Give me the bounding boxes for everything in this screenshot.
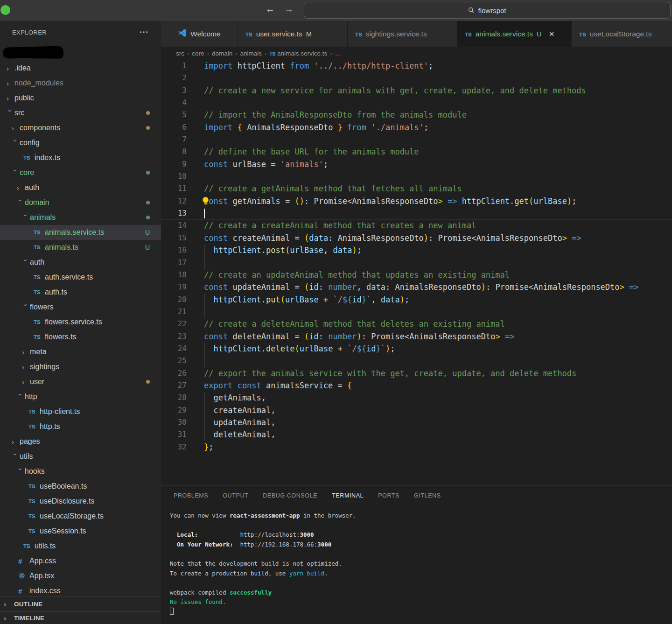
code-line-5[interactable]: 5// import the AnimalResponseDto from th… <box>161 109 672 121</box>
workspace-name-redacted[interactable] <box>3 46 64 58</box>
code-line-15[interactable]: 15const createAnimal = (data: AnimalsRes… <box>161 232 672 244</box>
code-line-24[interactable]: 24 httpClient.delete(urlBase + `/${id}`)… <box>161 343 672 355</box>
outline-section[interactable]: › OUTLINE <box>0 596 161 611</box>
code-line-26[interactable]: 26// export the animals service with the… <box>161 367 672 379</box>
code-line-32[interactable]: 32}; <box>161 441 672 453</box>
code-line-10[interactable]: 10 <box>161 170 672 182</box>
tab-sightings-service-ts[interactable]: TSsightings.service.ts <box>348 21 457 47</box>
tab-welcome[interactable]: Welcome <box>161 21 238 47</box>
code-line-2[interactable]: 2 <box>161 72 672 84</box>
tree-item-.idea[interactable]: ›.idea <box>0 61 161 76</box>
tree-item-index.ts[interactable]: TSindex.ts <box>0 150 161 165</box>
code-line-20[interactable]: 20 httpClient.put(urlBase + `/${id}`, da… <box>161 294 672 306</box>
code-line-6[interactable]: 6import { AnimalsResponseDto } from './a… <box>161 121 672 133</box>
tree-item-user[interactable]: ›user <box>0 374 161 389</box>
code-line-29[interactable]: 29 createAnimal, <box>161 404 672 416</box>
code-line-16[interactable]: 16 httpClient.post(urlBase, data); <box>161 244 672 256</box>
code-line-4[interactable]: 4 <box>161 97 672 109</box>
code-line-31[interactable]: 31 deleteAnimal, <box>161 428 672 441</box>
breadcrumb-item-domain[interactable]: domain <box>212 50 232 57</box>
breadcrumb-item-src[interactable]: src <box>176 50 184 57</box>
code-line-3[interactable]: 3// create a new service for animals wit… <box>161 84 672 97</box>
terminal-output[interactable]: You can now view react-assessment-app in… <box>161 505 672 617</box>
tree-item-useBoolean.ts[interactable]: TSuseBoolean.ts <box>0 479 161 494</box>
breadcrumb[interactable]: src›core›domain›animals›TS animals.servi… <box>161 47 672 60</box>
code-line-22[interactable]: 22// create a deleteAnimal method that d… <box>161 318 672 330</box>
tree-item-src[interactable]: ›src <box>0 105 161 120</box>
code-line-12[interactable]: 12const getAnimals = (): Promise<Animals… <box>161 195 672 207</box>
tree-item-useSession.ts[interactable]: TSuseSession.ts <box>0 524 161 539</box>
tree-item-utils.ts[interactable]: TSutils.ts <box>0 539 161 554</box>
tree-item-flowers.service.ts[interactable]: TSflowers.service.ts <box>0 315 161 330</box>
close-icon[interactable]: × <box>549 29 554 38</box>
code-line-9[interactable]: 9const urlBase = 'animals'; <box>161 158 672 170</box>
panel-tab-output[interactable]: OUTPUT <box>223 486 248 505</box>
tree-item-auth[interactable]: ›auth <box>0 255 161 270</box>
code-line-19[interactable]: 19const updateAnimal = (id: number, data… <box>161 281 672 293</box>
tree-item-http[interactable]: ›http <box>0 389 161 404</box>
tree-item-meta[interactable]: ›meta <box>0 344 161 359</box>
tab-animals-service-ts[interactable]: TSanimals.service.tsU× <box>457 21 572 47</box>
breadcrumb-item-animalsservicets[interactable]: TS animals.service.ts <box>269 50 327 57</box>
code-editor[interactable]: 1import httpClient from '../../http/http… <box>161 60 672 485</box>
nav-back-icon[interactable]: ← <box>264 4 276 14</box>
command-center-search[interactable]: flowrspot <box>304 2 671 19</box>
tree-item-useLocalStorage.ts[interactable]: TSuseLocalStorage.ts <box>0 509 161 524</box>
breadcrumb-item-core[interactable]: core <box>192 50 204 57</box>
tree-item-pages[interactable]: ›pages <box>0 434 161 449</box>
tree-item-flowers.ts[interactable]: TSflowers.ts <box>0 330 161 344</box>
panel-tab-gitlens[interactable]: GITLENS <box>414 486 441 505</box>
tree-item-sightings[interactable]: ›sightings <box>0 359 161 374</box>
lightbulb-icon[interactable] <box>201 196 210 205</box>
code-line-18[interactable]: 18// create an updateAnimal method that … <box>161 269 672 281</box>
code-line-27[interactable]: 27export const animalsService = { <box>161 379 672 392</box>
breadcrumb-item-[interactable]: … <box>335 50 342 57</box>
tree-item-components[interactable]: ›components <box>0 120 161 135</box>
nav-forward-icon[interactable]: → <box>283 4 295 14</box>
tab-uselocalstorage-ts[interactable]: TSuseLocalStorage.ts <box>572 21 672 47</box>
tree-item-node_modules[interactable]: ›node_modules <box>0 76 161 91</box>
panel-tab-problems[interactable]: PROBLEMS <box>174 486 208 505</box>
tree-item-auth.service.ts[interactable]: TSauth.service.ts <box>0 270 161 285</box>
tree-item-http.ts[interactable]: TShttp.ts <box>0 419 161 434</box>
code-line-1[interactable]: 1import httpClient from '../../http/http… <box>161 60 672 72</box>
traffic-light-green-icon[interactable] <box>0 5 10 15</box>
code-line-21[interactable]: 21 <box>161 306 672 318</box>
tree-item-App.tsx[interactable]: App.tsx <box>0 568 161 583</box>
tree-item-flowers[interactable]: ›flowers <box>0 300 161 315</box>
tree-item-App.css[interactable]: #App.css <box>0 554 161 568</box>
code-line-14[interactable]: 14// create a createAnimal method that c… <box>161 219 672 231</box>
tree-item-index.css[interactable]: #index.css <box>0 583 161 596</box>
code-line-28[interactable]: 28 getAnimals, <box>161 392 672 404</box>
panel-tab-debug-console[interactable]: DEBUG CONSOLE <box>263 486 317 505</box>
tree-item-animals.ts[interactable]: TSanimals.tsU <box>0 240 161 255</box>
tree-item-config[interactable]: ›config <box>0 135 161 150</box>
code-line-7[interactable]: 7 <box>161 133 672 146</box>
code-text: const createAnimal = (data: AnimalsRespo… <box>204 232 581 244</box>
tree-item-http-client.ts[interactable]: TShttp-client.ts <box>0 404 161 419</box>
code-line-23[interactable]: 23const deleteAnimal = (id: number): Pro… <box>161 330 672 343</box>
more-actions-icon[interactable]: ··· <box>140 28 149 37</box>
code-line-8[interactable]: 8// define the base URL for the animals … <box>161 146 672 158</box>
chevron-down-icon: › <box>22 214 30 222</box>
tree-item-useDisclosure.ts[interactable]: TSuseDisclosure.ts <box>0 494 161 509</box>
tree-item-animals[interactable]: ›animals <box>0 210 161 225</box>
tree-item-animals.service.ts[interactable]: TSanimals.service.tsU <box>0 225 161 240</box>
tree-item-auth[interactable]: ›auth <box>0 180 161 195</box>
code-line-25[interactable]: 25 <box>161 355 672 367</box>
tree-item-auth.ts[interactable]: TSauth.ts <box>0 285 161 300</box>
tree-item-hooks[interactable]: ›hooks <box>0 464 161 479</box>
tree-item-utils[interactable]: ›utils <box>0 449 161 464</box>
code-line-30[interactable]: 30 updateAnimal, <box>161 416 672 428</box>
panel-tab-ports[interactable]: PORTS <box>378 486 399 505</box>
code-line-11[interactable]: 11// create a getAnimals method that fet… <box>161 182 672 195</box>
panel-tab-terminal[interactable]: TERMINAL <box>332 486 364 505</box>
timeline-section[interactable]: › TIMELINE <box>0 611 161 624</box>
tree-item-domain[interactable]: ›domain <box>0 195 161 210</box>
breadcrumb-item-animals[interactable]: animals <box>240 50 262 57</box>
code-line-13[interactable]: 13 <box>161 207 672 219</box>
tab-user-service-ts[interactable]: TSuser.service.tsM <box>238 21 348 47</box>
code-line-17[interactable]: 17 <box>161 257 672 269</box>
tree-item-core[interactable]: ›core <box>0 165 161 180</box>
tree-item-public[interactable]: ›public <box>0 91 161 105</box>
